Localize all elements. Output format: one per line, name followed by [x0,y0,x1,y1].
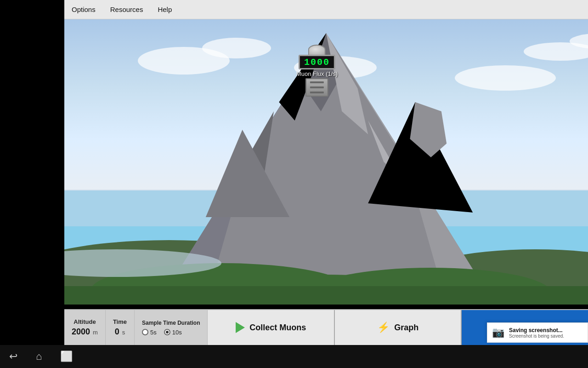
radio-10s[interactable]: 10s [164,329,182,336]
menubar: Options Resources Help [64,0,588,19]
menu-help[interactable]: Help [155,4,175,15]
altitude-label: Altitude [74,318,96,325]
notification-title: Saving screenshot... [509,327,564,334]
notification-text: Saving screenshot... Screenshot is being… [509,327,564,339]
menu-resources[interactable]: Resources [107,4,146,15]
detector-body [305,78,328,97]
sample-label: Sample Time Duration [142,320,200,326]
graph-icon: ⚡ [377,322,390,334]
svg-rect-17 [64,286,588,305]
screenshot-notification: 📷 Saving screenshot... Screenshot is bei… [487,322,588,343]
time-unit: s [122,329,125,336]
nav-group: ↩ ⌂ ⬜ [9,351,73,362]
altitude-block: Altitude 2000 m [64,310,106,345]
radio-group: 5s 10s [142,329,182,336]
android-nav-bar: ↩ ⌂ ⬜ [0,345,588,368]
detector: 1000 Muon Flux (1/s) [296,45,338,97]
simulation-area: 1000 Muon Flux (1/s) [64,19,588,305]
graph-label: Graph [394,323,418,333]
detector-vent [310,92,324,93]
altitude-unit: m [93,329,98,336]
radio-5s[interactable]: 5s [142,329,157,336]
back-button[interactable]: ↩ [9,351,17,362]
sample-duration-block: Sample Time Duration 5s 10s [135,310,208,345]
radio-5s-label: 5s [150,329,157,336]
detector-vent [310,81,324,83]
play-icon [236,322,245,333]
screenshot-icon: 📷 [492,327,504,339]
left-sidebar [0,0,64,368]
menu-options[interactable]: Options [69,4,98,15]
radio-circle-10s[interactable] [164,329,170,335]
collect-label: Collect Muons [249,323,306,333]
radio-10s-label: 10s [172,329,182,336]
collect-muons-button[interactable]: Collect Muons [208,310,335,345]
altitude-value: 2000 [72,327,90,337]
home-button[interactable]: ⌂ [36,351,42,362]
detector-flux-label: Muon Flux (1/s) [296,70,338,77]
time-label: Time [113,318,127,325]
detector-display: 1000 [299,55,335,69]
detector-vent [310,86,324,88]
radio-circle-5s[interactable] [142,329,148,335]
graph-button[interactable]: ⚡ Graph [335,310,462,345]
notification-subtitle: Screenshot is being saved. [509,334,564,339]
time-block: Time 0 s [106,310,135,345]
recents-button[interactable]: ⬜ [60,351,73,362]
time-value: 0 [115,327,119,337]
detector-dome [308,45,326,55]
